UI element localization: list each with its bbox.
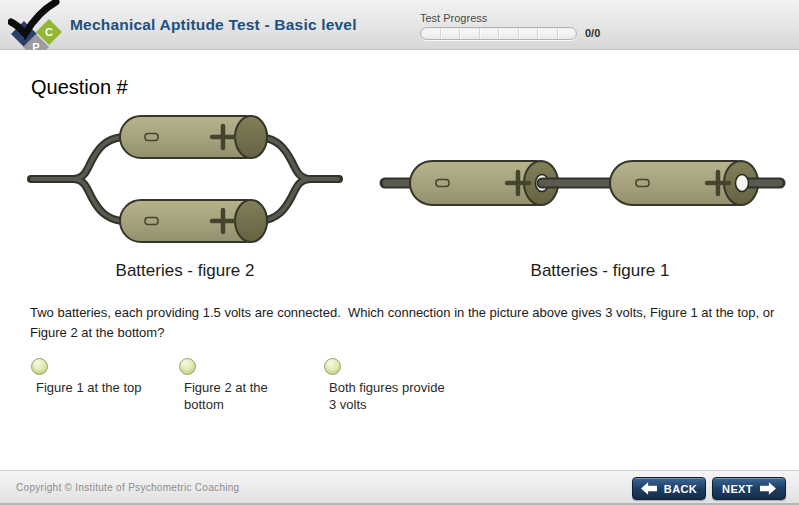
radio-button-figure2[interactable] [179,358,196,375]
radio-button-figure1[interactable] [31,358,48,375]
page-title: Mechanical Aptitude Test - Basic level [70,0,357,50]
answer-option-3: Both figures provide 3 volts [324,358,447,413]
minus-terminal-icon [636,180,649,187]
next-button-label: NEXT [722,483,753,495]
footer-bar: Copyright © Institute of Psychometric Co… [0,470,799,505]
progress-segment [480,28,500,39]
progress-value: 0/0 [585,27,600,39]
progress-segment [519,28,539,39]
battery-bottom [120,200,267,242]
progress-segment [499,28,519,39]
option-label: Figure 1 at the top [36,379,142,396]
ipc-logo-icon: I C P [8,0,64,50]
back-button[interactable]: BACK [632,477,706,500]
batteries-figure1-series-image [378,151,788,215]
figure2-caption: Batteries - figure 2 [25,261,345,281]
radio-button-both[interactable] [324,358,341,375]
minus-terminal-icon [145,218,158,225]
progress-segment [441,28,461,39]
figure1-caption: Batteries - figure 1 [440,261,760,281]
question-panel: Question # [0,51,799,470]
svg-text:C: C [45,26,53,38]
next-button[interactable]: NEXT [712,477,786,500]
progress-segment [460,28,480,39]
terminal-hole-icon [736,175,749,192]
option-label: Both figures provide 3 volts [329,379,447,413]
back-button-label: BACK [664,483,697,495]
progress-label: Test Progress [420,12,487,24]
question-text: Two batteries, each providing 1.5 volts … [30,303,780,343]
answer-option-1: Figure 1 at the top [31,358,142,396]
progress-segment [558,28,577,39]
minus-terminal-icon [436,180,449,187]
progress-bar [420,27,577,40]
arrow-left-icon [641,482,657,495]
battery-top [120,116,267,158]
progress-segment [421,28,441,39]
answer-option-2: Figure 2 at the bottom [179,358,302,413]
header-bar: I C P Mechanical Aptitude Test - Basic l… [0,0,799,50]
question-heading: Question # [31,76,128,99]
progress-segment [538,28,558,39]
battery-left [410,161,558,205]
minus-terminal-icon [145,134,158,141]
copyright-text: Copyright © Institute of Psychometric Co… [16,482,239,493]
arrow-right-icon [760,482,776,495]
option-label: Figure 2 at the bottom [184,379,302,413]
batteries-figure2-parallel-image [25,111,345,246]
svg-text:P: P [32,41,39,50]
